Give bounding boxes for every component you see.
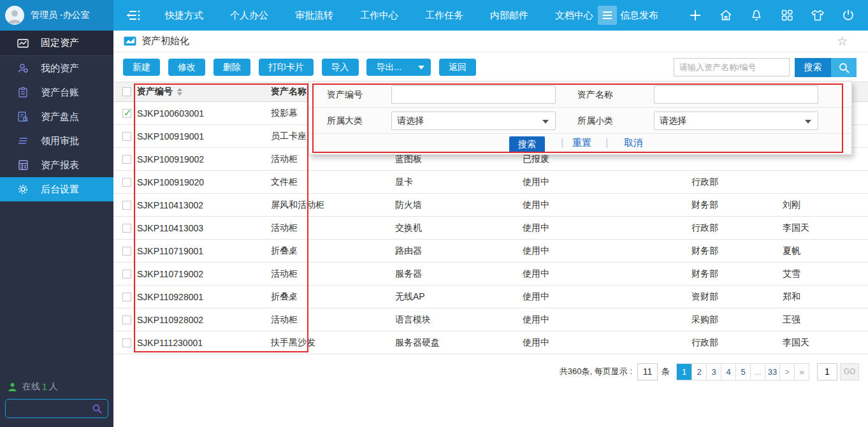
table-row[interactable]: SJKP111230001 扶手黑沙发 服务器硬盘 使用中 行政部 李国天 <box>113 331 868 354</box>
nav-item-work-tasks[interactable]: 工作任务 <box>412 0 477 31</box>
home-icon[interactable] <box>718 7 734 24</box>
asset-code: SJKP110719001 <box>137 240 203 262</box>
favorite-star-icon[interactable]: ☆ <box>837 34 848 48</box>
nav-item-internal-mail[interactable]: 内部邮件 <box>477 0 542 31</box>
new-button[interactable]: 新建 <box>123 59 160 76</box>
row-checkbox[interactable] <box>122 155 131 164</box>
page-button-1[interactable]: 1 <box>677 364 691 380</box>
asset-code: SJKP100919020 <box>137 171 204 193</box>
export-dropdown-button[interactable]: 导出... <box>366 59 431 76</box>
page-button-4[interactable]: 4 <box>721 364 735 380</box>
nav-item-personal-office[interactable]: 个人办公 <box>217 0 282 31</box>
sidebar-item-my-assets[interactable]: 我的资产 <box>0 56 113 80</box>
last-page-button[interactable]: » <box>794 364 809 380</box>
asset-code-input[interactable] <box>391 85 556 104</box>
nav-item-document-center[interactable]: 文档中心 <box>542 0 607 31</box>
row-checkbox[interactable] <box>122 338 131 347</box>
tshirt-icon[interactable] <box>809 7 826 24</box>
nav-item-work-center[interactable]: 工作中心 <box>347 0 412 31</box>
asset-code: SJKP110928001 <box>137 286 203 308</box>
quick-search-input[interactable] <box>674 58 790 76</box>
delete-button[interactable]: 删除 <box>213 59 250 76</box>
table-row[interactable]: SJKP110928001 折叠桌 无线AP 使用中 资财部 郑和 <box>113 286 868 308</box>
magnifier-button[interactable] <box>831 58 857 77</box>
quick-search-button[interactable]: 搜索 <box>795 58 831 77</box>
row-checkbox[interactable] <box>122 315 131 324</box>
sidebar-item-asset-inventory[interactable]: 资产盘点 <box>0 105 113 129</box>
unit-label: 条 <box>662 366 670 377</box>
table-row[interactable]: SJKP110719001 折叠桌 路由器 使用中 财务部 夏帆 <box>113 240 868 263</box>
user-area[interactable]: 管理员 -办公室 <box>0 0 113 31</box>
asset-status: 使用中 <box>523 263 549 285</box>
more-menu-button[interactable] <box>598 6 617 25</box>
table-row[interactable]: SJKP110413003 活动柜 交换机 使用中 行政部 李国天 <box>113 217 868 240</box>
advanced-search-panel: 资产编号 资产名称 所属大类 请选择 所属小类 请选择 搜索 | 重置 | 取消 <box>308 81 852 155</box>
power-icon[interactable] <box>840 7 857 24</box>
back-button[interactable]: 返回 <box>439 59 476 76</box>
sidebar-item-asset-ledger[interactable]: 资产台账 <box>0 80 113 105</box>
current-user-label: 管理员 -办公室 <box>31 10 90 21</box>
next-page-button[interactable]: > <box>779 364 794 380</box>
chevron-down-icon <box>418 66 424 69</box>
panel-cancel-button[interactable]: 取消 <box>624 137 643 149</box>
apps-grid-icon[interactable] <box>779 7 795 24</box>
panel-search-button[interactable]: 搜索 <box>509 136 545 153</box>
asset-item: 交换机 <box>395 217 422 239</box>
major-category-select[interactable]: 请选择 <box>391 112 556 130</box>
sidebar-item-requisition-approval[interactable]: 领用审批 <box>0 129 113 153</box>
header-asset-code[interactable]: 资产编号 <box>137 82 182 101</box>
goto-page-input[interactable] <box>817 363 837 380</box>
minor-category-select[interactable]: 请选择 <box>654 112 818 130</box>
page-header: 资产初始化 ☆ <box>113 31 868 52</box>
avatar[interactable] <box>5 6 24 25</box>
row-checkbox[interactable] <box>122 132 131 141</box>
go-button[interactable]: GO <box>840 363 859 380</box>
menu-collapse-icon[interactable] <box>125 8 141 23</box>
print-card-button[interactable]: 打印卡片 <box>259 59 314 76</box>
table-row[interactable]: SJKP110928002 活动柜 语言模块 使用中 采购部 王强 <box>113 308 868 331</box>
sort-icon[interactable] <box>177 88 182 96</box>
page-button-5[interactable]: 5 <box>735 364 750 380</box>
table-row[interactable]: SJKP110719002 活动柜 服务器 使用中 财务部 艾雪 <box>113 263 868 286</box>
row-checkbox-checked[interactable] <box>122 109 131 118</box>
row-checkbox[interactable] <box>122 224 131 233</box>
row-checkbox[interactable] <box>122 178 131 187</box>
row-checkbox[interactable] <box>122 293 131 301</box>
nav-item-approval-flow[interactable]: 审批流转 <box>282 0 347 31</box>
sidebar-search-icon[interactable] <box>92 403 103 414</box>
select-all-checkbox[interactable] <box>122 87 131 96</box>
page-button-2[interactable]: 2 <box>691 364 706 380</box>
asset-status: 使用中 <box>523 331 549 354</box>
import-button[interactable]: 导入 <box>322 59 359 76</box>
row-checkbox[interactable] <box>122 247 131 256</box>
bell-icon[interactable] <box>748 7 765 24</box>
hamburger-icon <box>602 11 613 20</box>
page-button-33[interactable]: 33 <box>765 364 779 380</box>
per-page-input[interactable] <box>637 363 658 380</box>
nav-item-shortcuts[interactable]: 快捷方式 <box>152 0 217 31</box>
asset-dept: 行政部 <box>691 331 718 354</box>
plus-icon[interactable] <box>687 7 704 24</box>
asset-dept: 财务部 <box>691 194 718 216</box>
page-title-chart-icon <box>124 36 136 47</box>
sidebar-item-asset-reports[interactable]: 资产报表 <box>0 153 113 177</box>
sidebar: 固定资产 我的资产 资产台账 资产盘点 领用审批 <box>0 31 113 427</box>
asset-name-label: 资产名称 <box>577 82 613 107</box>
chart-icon <box>17 37 29 50</box>
edit-button[interactable]: 修改 <box>168 59 205 76</box>
sidebar-item-backend-settings[interactable]: 后台设置 <box>0 177 113 201</box>
page-title: 资产初始化 <box>141 35 189 47</box>
table-row[interactable]: SJKP110413002 屏风和活动柜 防火墙 使用中 财务部 刘刚 <box>113 194 868 217</box>
asset-name-input[interactable] <box>654 85 818 104</box>
table-row[interactable]: SJKP100919020 文件柜 显卡 使用中 行政部 <box>113 171 868 194</box>
asset-name: 投影幕 <box>271 102 298 124</box>
sidebar-search-input[interactable] <box>10 401 92 416</box>
clipboard-icon <box>17 86 29 99</box>
asset-item: 防火墙 <box>395 194 422 216</box>
panel-reset-button[interactable]: 重置 <box>572 137 591 149</box>
app-window: 管理员 -办公室 快捷方式 个人办公 审批流转 工作中心 工作任务 内部邮件 文… <box>0 0 868 427</box>
row-checkbox[interactable] <box>122 270 131 279</box>
page-button-3[interactable]: 3 <box>706 364 721 380</box>
row-checkbox[interactable] <box>122 201 131 210</box>
sidebar-item-fixed-assets[interactable]: 固定资产 <box>0 31 113 56</box>
